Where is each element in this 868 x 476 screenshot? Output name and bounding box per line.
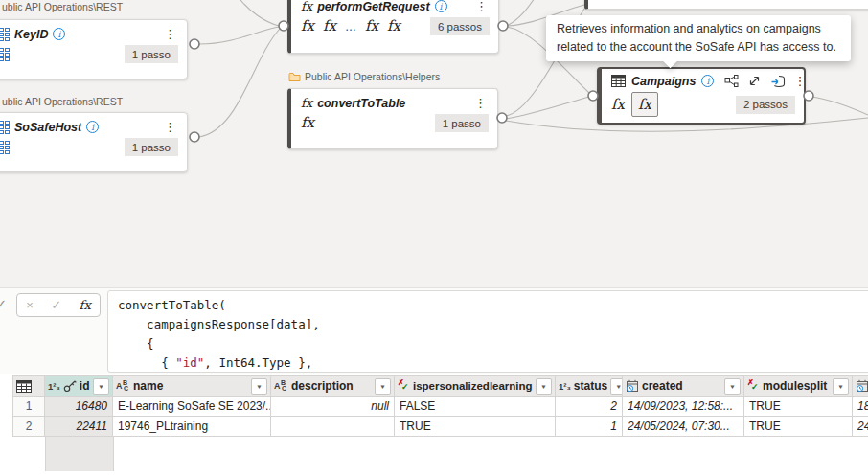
- node-menu-button[interactable]: ⋮: [791, 74, 808, 88]
- cell-cutoff[interactable]: 18/: [853, 397, 868, 417]
- cell-name[interactable]: 19746_PLtraining: [113, 417, 271, 437]
- cell-description[interactable]: [271, 417, 395, 437]
- query-node-keyid[interactable]: KeyID i ⋮ 1 passo: [0, 19, 188, 79]
- column-filter-dropdown[interactable]: ▼: [536, 378, 552, 395]
- cell-ispersonalizedlearning[interactable]: FALSE: [395, 397, 556, 417]
- formula-bar-edge-check-icon: ✓: [0, 297, 7, 311]
- cell-ispersonalizedlearning[interactable]: TRUE: [395, 417, 556, 437]
- group-label-text: ublic API Operations\REST: [2, 1, 123, 12]
- column-header-ispersonalizedlearning[interactable]: ✗✓ ispersonalizedlearning ▼: [395, 375, 556, 397]
- cell-modulesplit[interactable]: TRUE: [744, 397, 853, 417]
- step-function-icon[interactable]: fx: [611, 98, 625, 112]
- column-filter-dropdown[interactable]: ▼: [724, 378, 741, 395]
- code-line: campaignsResponse[data],: [118, 315, 863, 334]
- query-node-performgetrequest[interactable]: fx performGetRequest i ⋮ fx fx … fx fx 6…: [287, 0, 499, 54]
- step-function-icon[interactable]: fx: [301, 116, 314, 130]
- row-number[interactable]: 1: [12, 397, 45, 417]
- info-icon[interactable]: i: [435, 0, 447, 12]
- node-title[interactable]: performGetRequest: [317, 0, 429, 13]
- cell-status[interactable]: 2: [556, 397, 623, 417]
- node-menu-button[interactable]: ⋮: [473, 0, 490, 13]
- query-node-sosafehost[interactable]: SoSafeHost i ⋮ 1 passo: [0, 112, 188, 172]
- dataflow-icon[interactable]: [770, 75, 786, 88]
- column-header-cutoff[interactable]: [853, 375, 868, 397]
- datetime-type-icon: [856, 379, 868, 393]
- tooltip-text-line2: related to the account the SoSafe API ha…: [557, 38, 840, 57]
- node-title[interactable]: KeyID: [14, 28, 48, 41]
- text-type-icon: ABC: [116, 380, 130, 393]
- query-node-converttotable[interactable]: fx convertToTable ⋮ fx 1 passo: [287, 88, 498, 149]
- code-line: {: [118, 334, 863, 353]
- cell-id[interactable]: 22411: [45, 417, 113, 437]
- info-icon[interactable]: i: [53, 28, 65, 40]
- commit-formula-button[interactable]: ✓: [51, 298, 61, 312]
- node-header: KeyID i ⋮: [0, 20, 187, 42]
- info-icon[interactable]: i: [86, 121, 99, 133]
- cell-name[interactable]: E-Learning SoSafe SE 2023/...: [113, 397, 271, 417]
- parameter-step-icon[interactable]: [0, 141, 10, 154]
- steps-badge[interactable]: 1 passo: [435, 114, 489, 132]
- cell-created[interactable]: 14/09/2023, 12:58:...: [623, 397, 744, 417]
- steps-badge[interactable]: 1 passo: [125, 45, 178, 63]
- column-header-created[interactable]: created ▼: [623, 375, 744, 397]
- node-steps-row: fx 1 passo: [291, 111, 497, 135]
- cell-created[interactable]: 24/05/2024, 07:30...: [623, 417, 744, 437]
- group-label-text: Public API Operations\Helpers: [305, 71, 440, 82]
- column-header-modulesplit[interactable]: ✗✓ modulesplit ▼: [744, 375, 853, 397]
- steps-badge[interactable]: 2 passos: [736, 96, 795, 114]
- number-type-icon: 1²₃: [48, 381, 60, 392]
- node-header: fx performGetRequest i ⋮: [291, 0, 498, 14]
- column-filter-dropdown[interactable]: ▼: [93, 378, 109, 395]
- expand-icon[interactable]: [748, 75, 761, 87]
- column-filter-dropdown[interactable]: ▼: [375, 378, 391, 395]
- steps-badge[interactable]: 6 passos: [430, 17, 490, 35]
- cell-status[interactable]: 1: [556, 417, 623, 437]
- column-header-label: id: [80, 379, 90, 393]
- query-node-partial-top[interactable]: [584, 0, 868, 10]
- column-header-description[interactable]: ABC description ▼: [271, 375, 395, 397]
- column-header-label: description: [291, 379, 354, 393]
- related-queries-icon[interactable]: [724, 75, 739, 87]
- cell-cutoff[interactable]: 24,: [853, 417, 868, 437]
- column-filter-dropdown[interactable]: ▼: [833, 378, 849, 395]
- cell-modulesplit[interactable]: TRUE: [744, 417, 853, 437]
- node-title[interactable]: SoSafeHost: [14, 121, 81, 134]
- diagram-canvas[interactable]: ublic API Operations\REST ublic API Oper…: [0, 0, 868, 287]
- cancel-formula-button[interactable]: ×: [26, 298, 34, 312]
- column-header-name[interactable]: ABC name ▼: [113, 375, 271, 397]
- datetime-type-icon: [626, 379, 639, 393]
- node-menu-button[interactable]: ⋮: [162, 27, 178, 41]
- node-title[interactable]: Campaigns: [631, 75, 696, 88]
- cell-description[interactable]: null: [271, 397, 395, 417]
- column-filter-dropdown[interactable]: ▼: [610, 378, 623, 395]
- cell-id[interactable]: 16480: [45, 397, 113, 417]
- grid-corner-cell[interactable]: [12, 375, 45, 397]
- tooltip: Retrieves information and analytics on c…: [546, 15, 851, 61]
- node-header: fx convertToTable ⋮: [291, 89, 497, 111]
- node-menu-button[interactable]: ⋮: [162, 120, 178, 134]
- query-node-campaigns[interactable]: Campaigns i: [597, 67, 806, 125]
- steps-badge[interactable]: 1 passo: [125, 138, 178, 156]
- node-steps-row: 1 passo: [0, 42, 187, 66]
- table-icon: [16, 380, 32, 393]
- step-function-icon[interactable]: fx: [387, 19, 400, 34]
- info-icon[interactable]: i: [701, 75, 714, 87]
- node-menu-button[interactable]: ⋮: [472, 96, 489, 110]
- power-query-diagram-view: ublic API Operations\REST ublic API Oper…: [0, 0, 868, 476]
- column-header-status[interactable]: 1²₃ status ▼: [556, 375, 623, 397]
- step-function-icon[interactable]: fx: [323, 19, 336, 34]
- formula-editor[interactable]: convertToTable( campaignsResponse[data],…: [107, 290, 868, 373]
- row-number[interactable]: 2: [12, 417, 45, 437]
- node-title[interactable]: convertToTable: [317, 97, 405, 110]
- step-function-icon[interactable]: fx: [301, 19, 314, 34]
- step-function-icon[interactable]: fx: [365, 19, 378, 34]
- column-filter-dropdown[interactable]: ▼: [251, 378, 267, 395]
- add-step-fx-button[interactable]: fx: [80, 299, 91, 311]
- selected-step[interactable]: fx: [631, 92, 658, 117]
- parameter-step-icon[interactable]: [0, 48, 10, 61]
- function-icon: fx: [301, 0, 312, 12]
- node-header: Campaigns i: [602, 69, 804, 89]
- group-label-helpers: Public API Operations\Helpers: [288, 71, 440, 82]
- boolean-type-icon: ✗✓: [398, 380, 410, 393]
- column-header-id[interactable]: 1²₃ id ▼: [45, 375, 113, 397]
